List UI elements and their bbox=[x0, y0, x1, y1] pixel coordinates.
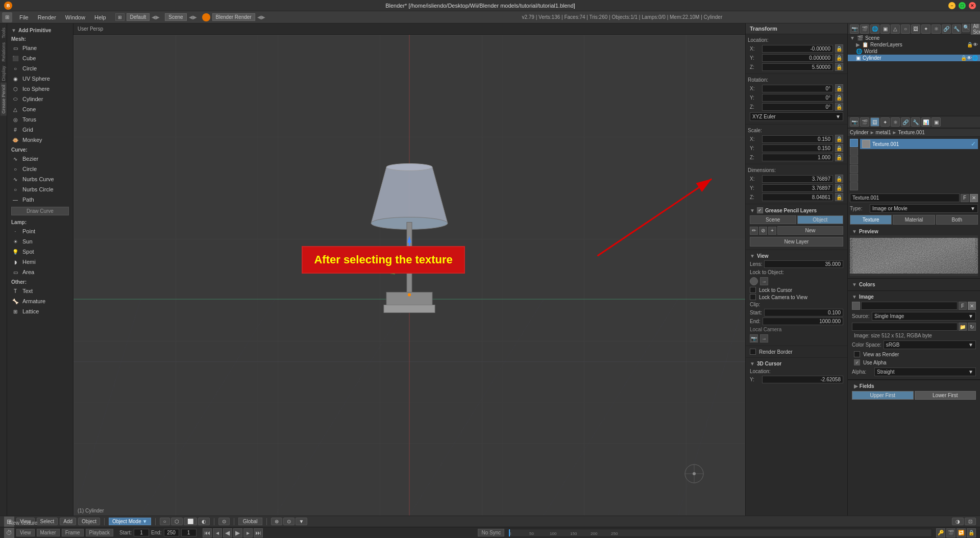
tool-icosphere[interactable]: ⬡ Ico Sphere bbox=[7, 84, 73, 94]
menu-window[interactable]: Window bbox=[61, 13, 89, 21]
scene-icon-btn[interactable]: 🎬 bbox=[860, 25, 869, 34]
path-reload-btn[interactable]: ↻ bbox=[968, 323, 976, 331]
alpha-dropdown[interactable]: Straight ▼ bbox=[874, 368, 976, 376]
mat-texture-btn[interactable]: 🖼 bbox=[870, 117, 879, 127]
mat-cons-btn[interactable]: 🔗 bbox=[901, 117, 910, 127]
tool-bezier[interactable]: ∿ Bezier bbox=[7, 154, 73, 164]
camera-icon-btn[interactable]: 📷 bbox=[850, 25, 859, 34]
tool-grid[interactable]: # Grid bbox=[7, 125, 73, 135]
mat-mod-btn[interactable]: 🔧 bbox=[911, 117, 920, 127]
close-button[interactable]: ✕ bbox=[969, 2, 976, 9]
tree-cylinder[interactable]: ▣ Cylinder 🔒👁🌐 bbox=[848, 55, 980, 61]
tools-tab[interactable]: Tools bbox=[1, 26, 7, 40]
dim-x-lock[interactable]: 🔒 bbox=[835, 175, 843, 183]
dim-y[interactable]: 3.76897 bbox=[762, 184, 833, 192]
modifiers-icon-btn[interactable]: 🔧 bbox=[952, 25, 961, 34]
constraints-icon-btn[interactable]: 🔗 bbox=[942, 25, 951, 34]
timeline-icon2[interactable]: 🎬 bbox=[946, 528, 955, 537]
draw-curve-btn[interactable]: Draw Curve bbox=[11, 207, 69, 215]
tool-hemi[interactable]: ◗ Hemi bbox=[7, 257, 73, 267]
dim-z[interactable]: 8.04861 bbox=[762, 193, 833, 201]
mat-scene-btn[interactable]: 🎬 bbox=[860, 117, 869, 127]
tool-nurbs-circle[interactable]: ○ Nurbs Circle bbox=[7, 184, 73, 194]
object-mode-btn[interactable]: Object Mode ▼ bbox=[109, 518, 151, 525]
texture-entry[interactable]: Texture.001 ✓ bbox=[860, 139, 978, 149]
shading-wire-btn[interactable]: ⬡ bbox=[171, 518, 183, 525]
tex-slot-4[interactable] bbox=[850, 165, 858, 173]
dim-y-lock[interactable]: 🔒 bbox=[835, 184, 843, 192]
particles-icon-btn[interactable]: ✦ bbox=[921, 25, 930, 34]
img-del-btn[interactable]: ✕ bbox=[968, 302, 976, 310]
tex-tab-texture[interactable]: Texture bbox=[850, 215, 892, 225]
scale-y[interactable]: 0.150 bbox=[762, 144, 833, 152]
mat-obj-btn[interactable]: ▣ bbox=[932, 117, 941, 127]
loc-z-lock[interactable]: 🔒 bbox=[835, 63, 843, 71]
tool-point[interactable]: · Point bbox=[7, 226, 73, 236]
tool-curve-circle[interactable]: ○ Circle bbox=[7, 164, 73, 174]
tool-area[interactable]: ▭ Area bbox=[7, 267, 73, 277]
tool-torus[interactable]: ◎ Torus bbox=[7, 114, 73, 125]
start-frame-input[interactable] bbox=[134, 529, 149, 536]
tool-circle[interactable]: ○ Circle bbox=[7, 63, 73, 74]
tree-render-layers[interactable]: ▶ 📋 RenderLayers 🔒👁 bbox=[848, 41, 980, 48]
menu-file[interactable]: File bbox=[15, 13, 33, 21]
play-reverse-btn[interactable]: ◀ bbox=[223, 528, 232, 537]
object-icon-btn[interactable]: ▣ bbox=[880, 25, 890, 34]
new-layer-btn[interactable]: New Layer bbox=[750, 237, 843, 247]
material-icon-btn[interactable]: ○ bbox=[901, 25, 910, 34]
add-btn[interactable]: Add bbox=[60, 518, 76, 525]
relations-tab[interactable]: Relations bbox=[1, 40, 7, 64]
timeline-icon3[interactable]: 🔁 bbox=[957, 528, 966, 537]
path-browse-btn[interactable]: 📁 bbox=[959, 323, 967, 331]
mat-part-btn[interactable]: ✦ bbox=[880, 117, 890, 127]
jump-start-btn[interactable]: ⏮ bbox=[203, 528, 212, 537]
source-dropdown[interactable]: Single Image ▼ bbox=[872, 312, 976, 321]
tree-scene[interactable]: ▼ 🎬 Scene bbox=[848, 35, 980, 41]
img-pin-btn[interactable]: F bbox=[959, 302, 967, 310]
image-header[interactable]: ▼ Image bbox=[850, 293, 978, 301]
lock-object-btn[interactable] bbox=[750, 277, 758, 285]
tool-plane[interactable]: ▭ Plane bbox=[7, 43, 73, 53]
maximize-button[interactable]: □ bbox=[959, 2, 966, 9]
dim-z-lock[interactable]: 🔒 bbox=[835, 193, 843, 201]
lower-first-btn[interactable]: Lower First bbox=[915, 391, 976, 400]
tex-slot-1[interactable] bbox=[850, 139, 858, 147]
tex-slot-3[interactable] bbox=[850, 156, 858, 164]
mesh-icon-btn[interactable]: △ bbox=[891, 25, 900, 34]
clip-start[interactable]: 0.100 bbox=[764, 309, 843, 316]
play-btn[interactable]: ▶ bbox=[233, 528, 242, 537]
overlay-btn[interactable]: ◑ bbox=[952, 518, 964, 525]
gp-new-btn[interactable]: New bbox=[777, 226, 843, 235]
tool-sun[interactable]: ☀ Sun bbox=[7, 236, 73, 247]
menu-render[interactable]: Render bbox=[34, 13, 60, 21]
tool-lattice[interactable]: ⊞ Lattice bbox=[7, 306, 73, 316]
colorspace-dropdown[interactable]: sRGB ▼ bbox=[884, 340, 976, 349]
gp-eraser-btn[interactable]: ⊘ bbox=[759, 227, 767, 235]
mat-phys-btn[interactable]: ⚛ bbox=[891, 117, 900, 127]
tool-cylinder[interactable]: ⬭ Cylinder bbox=[7, 94, 73, 104]
grease-pencil-tab[interactable]: Grease Pencil bbox=[1, 83, 7, 116]
colors-header[interactable]: ▼ Colors bbox=[850, 281, 978, 288]
display-tab[interactable]: Display bbox=[1, 64, 7, 83]
tool-spot[interactable]: 💡 Spot bbox=[7, 247, 73, 257]
loc-y[interactable]: 0.000000 bbox=[762, 54, 833, 62]
shading-solid-btn[interactable]: ○ bbox=[160, 518, 170, 525]
upper-first-btn[interactable]: Upper First bbox=[852, 391, 914, 400]
view-as-render-checkbox[interactable] bbox=[854, 351, 860, 357]
rot-x[interactable]: 0° bbox=[762, 85, 833, 92]
shading-mat-btn[interactable]: ◐ bbox=[198, 518, 210, 525]
tex-slot-6[interactable] bbox=[850, 182, 858, 190]
use-alpha-checkbox[interactable]: ✓ bbox=[854, 359, 860, 365]
viewport[interactable]: User Persp bbox=[74, 23, 745, 516]
rot-z-lock[interactable]: 🔒 bbox=[835, 103, 843, 111]
tool-text[interactable]: T Text bbox=[7, 286, 73, 296]
fields-header[interactable]: ▶ Fields bbox=[850, 382, 978, 390]
tool-armature[interactable]: 🦴 Armature bbox=[7, 296, 73, 306]
cursor-y[interactable]: -2.62058 bbox=[762, 376, 843, 383]
prev-frame-btn[interactable]: ◂ bbox=[213, 528, 222, 537]
gp-tab-object[interactable]: Object bbox=[797, 215, 844, 224]
image-path-input[interactable]: ./tex1_512x512_09e3cb5f87ac12f4_14.png bbox=[852, 323, 958, 331]
timeline-marker-btn[interactable]: Marker bbox=[37, 529, 60, 536]
tool-monkey[interactable]: 🐵 Monkey bbox=[7, 135, 73, 145]
all-scenes-btn[interactable]: All Scenes bbox=[971, 23, 980, 35]
